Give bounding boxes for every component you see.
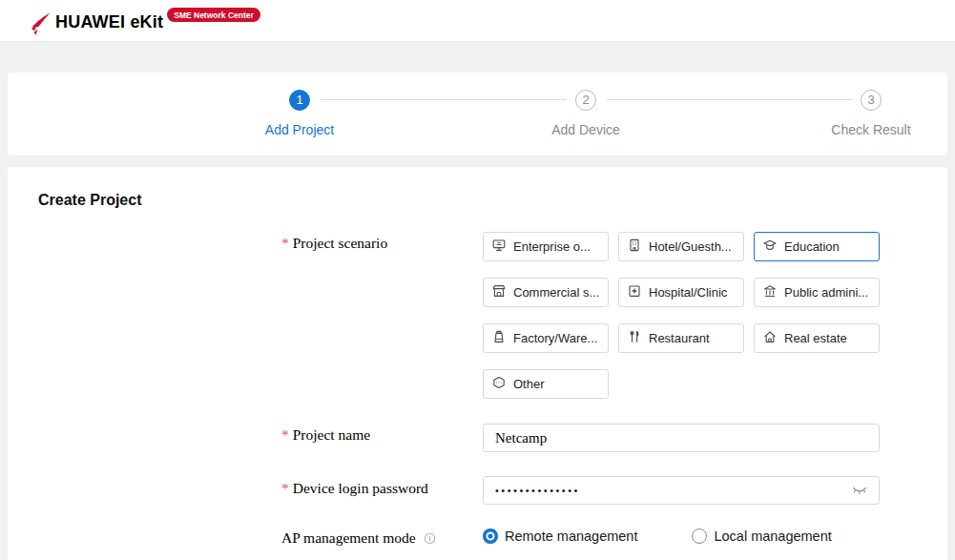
scenario-real-estate-button[interactable]: Real estate — [754, 323, 880, 353]
step-1-number: 1 — [289, 90, 310, 111]
page-title: Create Project — [38, 192, 142, 209]
sme-network-center-badge: SME Network Center — [167, 8, 260, 22]
top-header: HUAWEI eKit SME Network Center — [0, 0, 955, 42]
eye-closed-icon — [852, 486, 867, 496]
step-2-number: 2 — [575, 90, 596, 111]
government-building-icon — [763, 284, 777, 301]
step-1-label: Add Project — [223, 122, 376, 137]
scenario-label: Other — [513, 377, 545, 391]
device-login-password-input[interactable]: •••••••••••••• — [483, 476, 880, 505]
scenario-label: Restaurant — [649, 331, 710, 345]
monitor-icon — [492, 239, 506, 255]
project-name-label: *Project name — [281, 426, 370, 444]
house-icon — [763, 330, 777, 346]
required-asterisk: * — [281, 480, 289, 496]
scenario-label: Education — [784, 239, 840, 254]
scenario-public-administration-button[interactable]: Public admini... — [754, 278, 880, 307]
scenario-enterprise-office-button[interactable]: Enterprise o... — [483, 232, 609, 261]
logo-text: HUAWEI eKit — [55, 12, 163, 32]
scenario-education-button[interactable]: Education — [754, 232, 880, 261]
hotel-building-icon — [628, 239, 641, 255]
radio-unselected-icon — [692, 529, 707, 544]
scenario-hotel-guesthouse-button[interactable]: Hotel/Guesth... — [618, 232, 744, 261]
project-name-input[interactable]: Netcamp — [483, 424, 880, 452]
scenario-label: Enterprise o... — [513, 239, 591, 254]
huawei-ekit-logo-icon — [27, 11, 52, 40]
step-3-label: Check Result — [795, 122, 947, 137]
scenario-factory-warehouse-button[interactable]: Factory/Ware... — [483, 323, 609, 353]
project-name-value: Netcamp — [495, 430, 547, 446]
scenario-label: Hospital/Clinic — [649, 285, 727, 300]
info-icon[interactable] — [424, 531, 436, 549]
scenario-label: Hotel/Guesth... — [649, 239, 732, 254]
project-scenario-label: *Project scenario — [281, 235, 387, 252]
scenario-restaurant-button[interactable]: Restaurant — [618, 323, 744, 353]
ap-management-mode-label: AP management mode — [281, 529, 436, 549]
hexagon-ellipsis-icon — [492, 376, 506, 392]
scenario-commercial-street-button[interactable]: Commercial s... — [483, 278, 609, 307]
step-add-device[interactable]: 2 Add Device — [509, 90, 662, 137]
required-asterisk: * — [281, 426, 289, 443]
create-project-panel: Create Project *Project scenario Enterpr… — [8, 167, 947, 560]
fork-knife-icon — [628, 330, 641, 346]
required-asterisk: * — [281, 235, 289, 251]
scenario-hospital-clinic-button[interactable]: Hospital/Clinic — [618, 278, 744, 307]
radio-label: Remote management — [505, 529, 637, 544]
device-login-password-label: *Device login password — [281, 480, 428, 497]
graduation-cap-icon — [763, 239, 777, 255]
radio-label: Local management — [714, 529, 831, 544]
password-masked-value: •••••••••••••• — [495, 476, 580, 505]
radio-local-management[interactable]: Local management — [692, 529, 831, 544]
huawei-ekit-logo: HUAWEI eKit SME Network Center — [27, 8, 260, 40]
medical-kit-icon — [628, 284, 641, 301]
storefront-icon — [492, 284, 506, 301]
scenario-label: Commercial s... — [513, 285, 599, 300]
radio-selected-icon — [483, 529, 498, 544]
wizard-stepper: 1 Add Project 2 Add Device 3 Check Resul… — [8, 73, 947, 156]
step-check-result[interactable]: 3 Check Result — [795, 90, 947, 137]
scenario-options-grid: Enterprise o... Hotel/Guesth... Educatio… — [483, 232, 880, 399]
scenario-label: Real estate — [784, 331, 847, 345]
step-add-project[interactable]: 1 Add Project — [223, 90, 376, 137]
factory-icon — [492, 330, 506, 346]
step-2-label: Add Device — [509, 122, 662, 137]
password-visibility-toggle[interactable] — [852, 486, 867, 496]
scenario-other-button[interactable]: Other — [483, 369, 609, 399]
radio-remote-management[interactable]: Remote management — [483, 529, 637, 544]
scenario-label: Factory/Ware... — [513, 331, 597, 345]
scenario-label: Public admini... — [784, 285, 868, 300]
step-3-number: 3 — [861, 90, 882, 111]
ap-mode-radio-group: Remote management Local management — [483, 529, 832, 544]
